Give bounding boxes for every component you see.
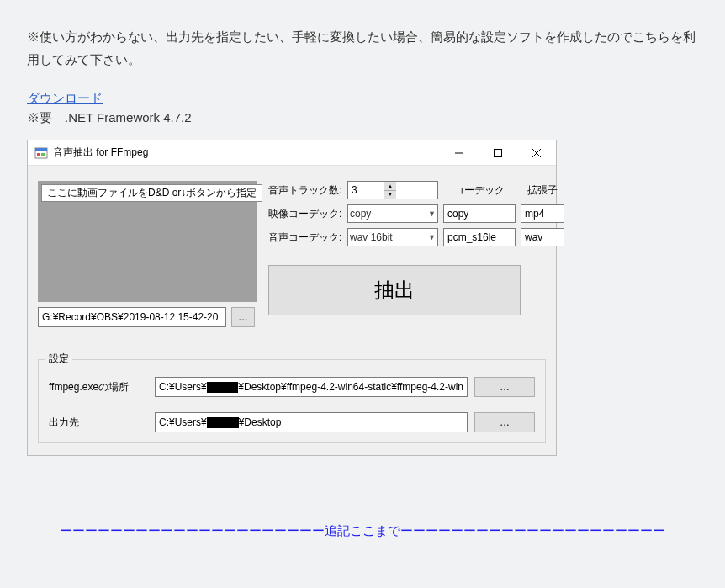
audio-ext-input[interactable]: [521, 228, 564, 246]
ffmpeg-path-label: ffmpeg.exeの場所: [49, 380, 148, 395]
svg-rect-2: [37, 153, 40, 156]
intro-text: ※使い方がわからない、出力先を指定したい、手軽に変換したい場合、簡易的な設定ソフ…: [27, 25, 698, 71]
close-button[interactable]: [517, 140, 556, 166]
framework-note: ※要 .NET Framework 4.7.2: [27, 110, 698, 126]
settings-group: 設定 ffmpeg.exeの場所 C:¥Users¥¥Desktop¥ffmpe…: [38, 359, 546, 443]
settings-legend: 設定: [45, 352, 72, 366]
output-path-label: 出力先: [49, 416, 148, 430]
dropzone-hint: ここに動画ファイルをD&D or↓ボタンから指定: [41, 184, 262, 202]
output-path-input[interactable]: C:¥Users¥¥Desktop: [155, 412, 468, 432]
ffmpeg-path-input[interactable]: C:¥Users¥¥Desktop¥ffmpeg-4.2-win64-stati…: [155, 377, 468, 397]
audio-codec-combo[interactable]: wav 16bit ▼: [347, 228, 438, 246]
source-browse-button[interactable]: …: [231, 307, 255, 327]
download-link[interactable]: ダウンロード: [27, 91, 103, 107]
audio-codec-text[interactable]: [443, 228, 516, 246]
redacted-text: [207, 417, 239, 428]
audio-codec-label: 音声コーデック:: [268, 230, 342, 245]
ffmpeg-browse-button[interactable]: …: [474, 377, 535, 397]
video-codec-text[interactable]: [443, 204, 516, 223]
video-codec-combo-value: copy: [350, 208, 371, 220]
video-codec-combo[interactable]: copy ▼: [347, 204, 438, 223]
spinner-down-icon[interactable]: ▼: [384, 191, 396, 199]
svg-rect-3: [41, 153, 45, 156]
app-window: 音声抽出 for FFmpeg ここに動画ファイルをD&D or↓ボタンから指定: [27, 140, 557, 456]
source-file-input[interactable]: [38, 307, 226, 327]
track-count-input[interactable]: ▲ ▼: [347, 181, 438, 199]
maximize-button[interactable]: [479, 140, 517, 166]
video-codec-label: 映像コーデック:: [268, 207, 342, 221]
video-ext-input[interactable]: [521, 204, 564, 223]
track-count-label: 音声トラック数:: [268, 183, 342, 198]
window-title: 音声抽出 for FFmpeg: [53, 146, 148, 160]
audio-codec-combo-value: wav 16bit: [350, 231, 393, 243]
chevron-down-icon: ▼: [428, 233, 436, 241]
section-divider: ーーーーーーーーーーーーーーーーーーーーー追記ここまでーーーーーーーーーーーーー…: [27, 523, 698, 539]
ext-header: 拡張子: [521, 183, 564, 198]
track-count-field[interactable]: [348, 182, 384, 199]
titlebar: 音声抽出 for FFmpeg: [28, 140, 556, 166]
app-icon: [34, 146, 48, 160]
svg-rect-5: [495, 149, 502, 156]
extract-button[interactable]: 抽出: [268, 265, 521, 315]
redacted-text: [207, 382, 239, 393]
output-browse-button[interactable]: …: [474, 412, 535, 432]
svg-rect-1: [35, 148, 47, 151]
video-dropzone[interactable]: ここに動画ファイルをD&D or↓ボタンから指定: [38, 181, 257, 302]
minimize-button[interactable]: [440, 140, 479, 166]
spinner-up-icon[interactable]: ▲: [384, 182, 396, 191]
chevron-down-icon: ▼: [428, 209, 436, 218]
codec-header: コーデック: [443, 183, 516, 198]
